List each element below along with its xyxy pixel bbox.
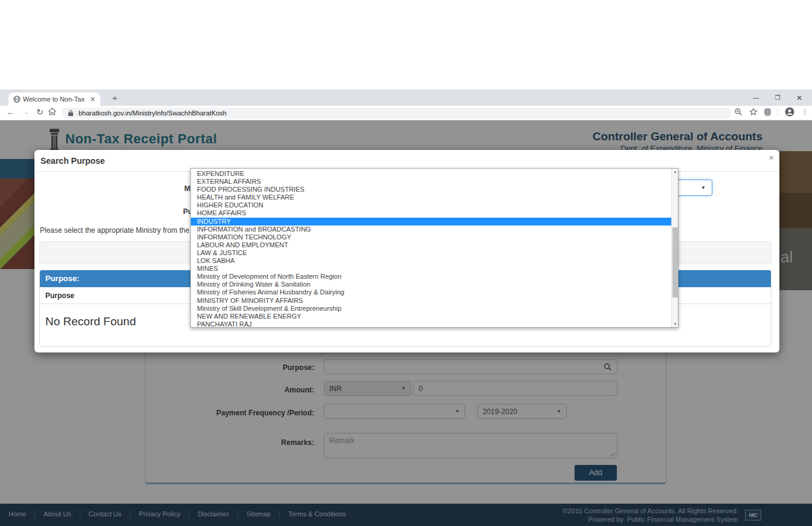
ministry-option[interactable]: Ministry of Skill Development & Entrepre… [191,305,678,313]
window-minimize-button[interactable]: — [752,94,760,101]
ministry-option[interactable]: NEW AND RENEWABLE ENERGY [191,313,678,320]
ministry-option[interactable]: MINISTRY OF MINORITY AFFAIRS [191,297,678,305]
ministry-option[interactable]: EXTERNAL AFFAIRS [191,178,678,186]
scroll-up-icon[interactable]: ▲ [672,170,678,174]
window-close-button[interactable]: ✕ [795,94,804,102]
ministry-option[interactable]: INFORMATION TECHNOLOGY [191,233,678,241]
ministry-option[interactable]: HOME AFFAIRS [191,209,678,217]
url-text[interactable]: bharatkosh.gov.in/MinistryInfo/SwachhBha… [79,109,227,117]
scroll-down-icon[interactable]: ▼ [672,322,678,326]
ministry-option[interactable]: INFORMATION and BROADCASTING [191,226,678,233]
browser-menu-icon[interactable]: ⋮ [801,108,808,116]
toolbar-divider [778,108,778,116]
dropdown-scrollbar[interactable]: ▲ ▼ [671,169,678,327]
profile-avatar-icon[interactable] [785,107,794,117]
scrollbar-thumb[interactable] [672,227,678,297]
browser-tab[interactable]: Welcome to Non-Tax Receipt Por ✕ [8,93,100,106]
refresh-button[interactable]: ↻ [34,107,46,117]
tab-title: Welcome to Non-Tax Receipt Por [23,96,86,103]
favicon-globe-icon [13,96,21,103]
ministry-option[interactable]: Ministry of Fisheries Animal Husbandry &… [191,288,678,296]
home-button[interactable] [48,108,60,115]
browser-window: Welcome to Non-Tax Receipt Por ✕ + — ❐ ✕… [0,89,812,526]
ministry-option[interactable]: FOOD PROCESSING INDUSTRIES [191,186,678,193]
ministry-option[interactable]: EXPENDITURE [191,170,678,178]
extension-icon[interactable] [764,108,771,116]
modal-title: Search Purpose [40,156,105,166]
ministry-option[interactable]: LABOUR AND EMPLOYMENT [191,241,678,249]
forward-button: → [19,107,31,117]
lock-icon [68,109,74,117]
ministry-option-selected[interactable]: INDUSTRY [191,218,678,226]
ministry-dropdown-list: EXPENDITURE EXTERNAL AFFAIRS FOOD PROCES… [190,168,678,328]
bookmark-star-icon[interactable] [749,108,758,116]
ministry-option[interactable]: Ministry of Drinking Water & Sanitation [191,281,678,288]
chevron-down-icon: ▼ [701,185,706,190]
ministry-option[interactable]: LAW & JUSTICE [191,249,678,257]
page-viewport: Non-Tax Receipt Portal Controller Genera… [0,120,812,526]
back-button[interactable]: ← [5,107,17,117]
ministry-option[interactable]: LOK SABHA [191,257,678,265]
ministry-option[interactable]: HEALTH and FAMILY WELFARE [191,193,678,201]
new-tab-button[interactable]: + [109,92,121,104]
url-bar[interactable]: bharatkosh.gov.in/MinistryInfo/SwachhBha… [62,108,731,119]
window-restore-button[interactable]: ❐ [773,94,782,101]
ministry-option[interactable]: HIGHER EDUCATION [191,201,678,209]
modal-close-icon[interactable]: × [769,153,774,163]
browser-toolbar: ← → ↻ bharatkosh.gov.in/MinistryInfo/Swa… [0,106,812,120]
tab-strip: Welcome to Non-Tax Receipt Por ✕ + — ❐ ✕ [0,89,812,106]
ministry-options: EXPENDITURE EXTERNAL AFFAIRS FOOD PROCES… [191,169,678,328]
ministry-option[interactable]: MINES [191,265,678,273]
tab-close-icon[interactable]: ✕ [89,96,97,103]
ministry-option[interactable]: Ministry of Development of North Eastern… [191,273,678,281]
ministry-option[interactable]: PANCHAYATI RAJ [191,320,678,328]
zoom-icon[interactable] [734,108,743,116]
